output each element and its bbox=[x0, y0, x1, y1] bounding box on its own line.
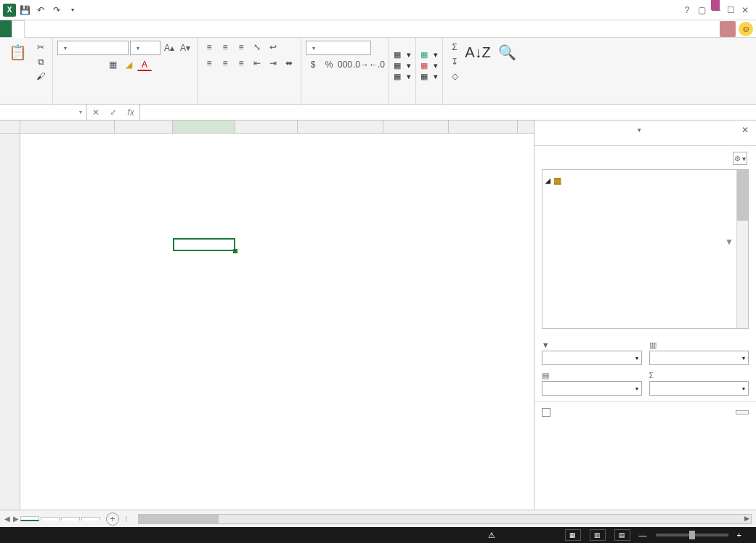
insert-cells-button[interactable]: ▦▾ bbox=[420, 50, 438, 60]
increase-decimal-icon[interactable]: .0→ bbox=[354, 58, 368, 71]
formula-input[interactable] bbox=[140, 105, 756, 120]
fill-handle[interactable] bbox=[233, 249, 237, 253]
tab-team[interactable] bbox=[118, 20, 129, 37]
align-top-icon[interactable]: ≡ bbox=[202, 41, 216, 54]
worksheet-grid[interactable] bbox=[0, 121, 534, 510]
field-list-scrollbar[interactable] bbox=[736, 170, 748, 328]
select-all-corner[interactable] bbox=[0, 121, 20, 133]
col-header-b[interactable] bbox=[115, 121, 173, 133]
zoom-out-icon[interactable]: — bbox=[639, 531, 647, 539]
col-header-f[interactable] bbox=[383, 121, 449, 133]
area-rows-box[interactable]: ▾ bbox=[542, 381, 642, 396]
sheet-tab-plan1[interactable] bbox=[20, 516, 39, 521]
undo-icon[interactable]: ↶ bbox=[33, 3, 48, 17]
tab-formulas[interactable] bbox=[48, 20, 60, 37]
tab-analyze[interactable] bbox=[129, 20, 141, 37]
close-icon[interactable]: ✕ bbox=[739, 4, 752, 17]
tab-file[interactable] bbox=[0, 20, 12, 37]
fx-icon[interactable]: fx bbox=[122, 107, 139, 118]
cancel-formula-icon[interactable]: ✕ bbox=[87, 107, 105, 118]
italic-button[interactable] bbox=[73, 58, 88, 71]
sheet-tab-powerview[interactable] bbox=[41, 517, 60, 520]
enter-formula-icon[interactable]: ✓ bbox=[105, 107, 122, 118]
font-size-combo[interactable]: ▾ bbox=[130, 41, 160, 55]
col-header-e[interactable] bbox=[298, 121, 383, 133]
format-as-table-button[interactable]: ▦▾ bbox=[394, 61, 411, 70]
clear-icon[interactable]: ◇ bbox=[447, 70, 462, 83]
bold-button[interactable] bbox=[57, 58, 72, 71]
cell-styles-button[interactable]: ▦▾ bbox=[394, 72, 411, 81]
col-header-g[interactable] bbox=[449, 121, 518, 133]
find-select-button[interactable]: 🔍 bbox=[494, 41, 520, 65]
col-header-d[interactable] bbox=[235, 121, 298, 133]
tab-home[interactable] bbox=[12, 20, 25, 38]
wrap-text-icon[interactable]: ↩ bbox=[266, 41, 280, 54]
tab-design[interactable] bbox=[141, 20, 153, 37]
currency-icon[interactable]: $ bbox=[306, 58, 320, 71]
decrease-font-icon[interactable]: A▾ bbox=[178, 41, 192, 54]
sheet-nav-next[interactable]: ▶ bbox=[13, 515, 19, 523]
view-page-icon[interactable]: ▥ bbox=[590, 529, 606, 541]
col-header-c[interactable] bbox=[173, 121, 235, 133]
qat-customize-icon[interactable]: ▾ bbox=[65, 3, 80, 17]
update-button[interactable] bbox=[736, 410, 749, 415]
tab-datamining[interactable] bbox=[106, 20, 118, 37]
number-format-combo[interactable]: ▾ bbox=[306, 41, 371, 55]
increase-indent-icon[interactable]: ⇥ bbox=[266, 57, 280, 70]
field-list[interactable]: ◢▦ ▼ bbox=[542, 169, 749, 329]
view-normal-icon[interactable]: ▦ bbox=[565, 529, 581, 541]
pane-dropdown-icon[interactable]: ▾ bbox=[638, 126, 645, 134]
align-center-icon[interactable]: ≡ bbox=[218, 57, 232, 70]
tab-data[interactable] bbox=[60, 20, 71, 37]
zoom-slider[interactable] bbox=[656, 534, 728, 536]
col-header-a[interactable] bbox=[20, 121, 115, 133]
font-color-icon[interactable]: A bbox=[137, 58, 152, 71]
tab-view[interactable] bbox=[83, 20, 94, 37]
gear-icon[interactable]: ⚙ ▾ bbox=[733, 152, 747, 165]
fill-color-icon[interactable]: ◢ bbox=[121, 58, 136, 71]
comma-icon[interactable]: 000 bbox=[338, 58, 352, 71]
redo-icon[interactable]: ↷ bbox=[49, 3, 64, 17]
paste-button[interactable]: 📋 bbox=[4, 41, 31, 65]
pane-close-icon[interactable]: ✕ bbox=[741, 125, 749, 135]
orientation-icon[interactable]: ⤡ bbox=[250, 41, 264, 54]
increase-font-icon[interactable]: A▴ bbox=[162, 41, 176, 54]
cut-icon[interactable]: ✂ bbox=[33, 41, 48, 54]
format-cells-button[interactable]: ▦▾ bbox=[420, 72, 438, 81]
align-left-icon[interactable]: ≡ bbox=[202, 57, 216, 70]
sheet-tab-more[interactable] bbox=[81, 517, 100, 520]
underline-button[interactable] bbox=[89, 58, 104, 71]
fill-icon[interactable]: ↧ bbox=[447, 55, 462, 68]
area-values-box[interactable]: ▾ bbox=[649, 381, 749, 396]
tab-layout[interactable] bbox=[36, 20, 48, 37]
smiley-icon[interactable]: ☺ bbox=[739, 22, 753, 36]
zoom-in-icon[interactable]: + bbox=[737, 531, 741, 539]
delete-cells-button[interactable]: ▦▾ bbox=[420, 61, 438, 70]
font-name-combo[interactable]: ▾ bbox=[57, 41, 129, 55]
tab-insert[interactable] bbox=[25, 20, 36, 37]
maximize-icon[interactable]: ☐ bbox=[724, 4, 737, 17]
merge-icon[interactable]: ⬌ bbox=[282, 57, 296, 70]
sheet-nav-prev[interactable]: ◀ bbox=[4, 515, 10, 523]
sort-filter-button[interactable]: A↓Z bbox=[465, 41, 491, 65]
align-right-icon[interactable]: ≡ bbox=[234, 57, 248, 70]
percent-icon[interactable]: % bbox=[322, 58, 336, 71]
conditional-formatting-button[interactable]: ▦▾ bbox=[394, 50, 411, 60]
border-icon[interactable]: ▦ bbox=[105, 58, 120, 71]
defer-checkbox[interactable] bbox=[542, 408, 550, 417]
ribbon-display-icon[interactable]: ▢ bbox=[695, 4, 708, 17]
view-break-icon[interactable]: ▤ bbox=[614, 529, 630, 541]
decrease-indent-icon[interactable]: ⇤ bbox=[250, 57, 264, 70]
tab-powerpivot[interactable] bbox=[94, 20, 106, 37]
horizontal-scrollbar[interactable]: ◀ ▶ bbox=[138, 514, 752, 524]
sheet-tab-esportes[interactable] bbox=[61, 517, 80, 520]
copy-icon[interactable]: ⧉ bbox=[33, 55, 48, 68]
autosum-icon[interactable]: Σ bbox=[447, 41, 462, 54]
save-icon[interactable]: 💾 bbox=[17, 3, 32, 17]
align-middle-icon[interactable]: ≡ bbox=[218, 41, 232, 54]
area-columns-box[interactable]: ▾ bbox=[649, 351, 749, 365]
user-account[interactable]: ☺ bbox=[717, 20, 756, 37]
filter-icon[interactable]: ▼ bbox=[725, 237, 733, 247]
help-icon[interactable]: ? bbox=[680, 4, 694, 17]
align-bottom-icon[interactable]: ≡ bbox=[234, 41, 248, 54]
